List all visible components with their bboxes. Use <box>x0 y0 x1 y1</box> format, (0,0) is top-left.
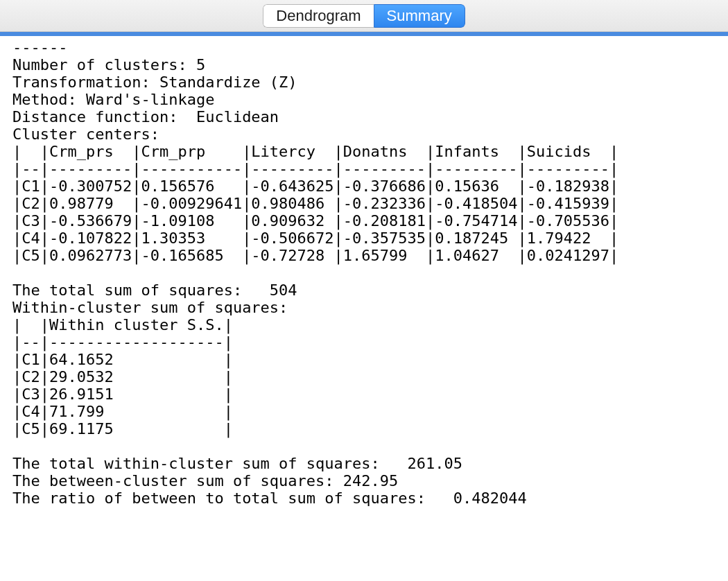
tab-dendrogram[interactable]: Dendrogram <box>263 4 373 28</box>
tab-summary[interactable]: Summary <box>374 4 465 28</box>
titlebar: Dendrogram Summary <box>0 0 728 32</box>
summary-output: ------ Number of clusters: 5 Transformat… <box>0 36 728 523</box>
tab-segmented-control: Dendrogram Summary <box>263 4 465 28</box>
